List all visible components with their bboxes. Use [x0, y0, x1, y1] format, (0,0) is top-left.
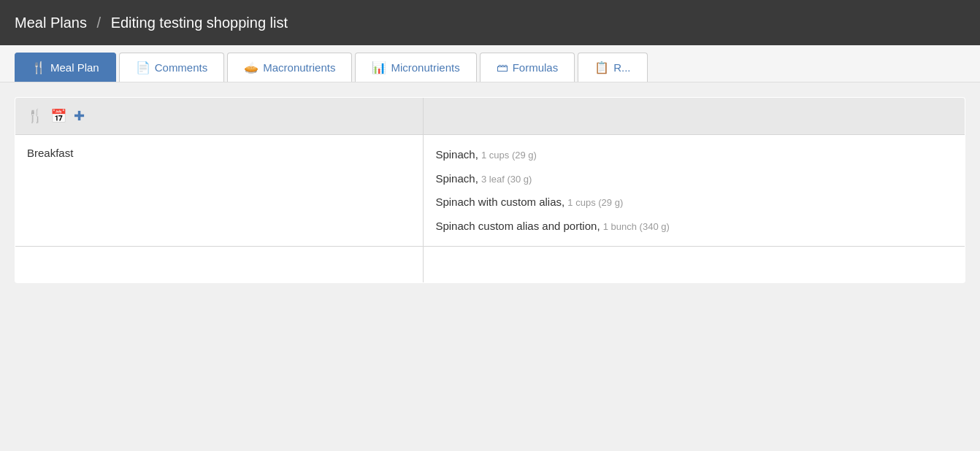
meal-name: Breakfast: [27, 147, 73, 159]
tab-macronutrients[interactable]: 🥧 Macronutrients: [227, 53, 352, 82]
macronutrients-tab-icon: 🥧: [244, 61, 259, 74]
food-name-3: Spinach with custom alias: [435, 196, 562, 208]
header-icons: 🍴 📅 ✚: [27, 108, 411, 124]
tab-formulas-label: Formulas: [513, 61, 559, 74]
foods-cell: Spinach, 1 cups (29 g) Spinach, 3 leaf (…: [424, 135, 965, 247]
food-name-2: Spinach: [435, 172, 475, 185]
meal-plan-tab-icon: 🍴: [31, 61, 46, 74]
food-name-1: Spinach: [435, 148, 475, 161]
food-item-2: Spinach, 3 leaf (30 g): [435, 171, 953, 188]
food-detail-4: 1 bunch (340 g): [603, 221, 670, 232]
food-detail-2: 3 leaf (30 g): [481, 174, 532, 185]
breadcrumb-separator: /: [97, 15, 102, 31]
tab-micronutrients[interactable]: 📊 Micronutrients: [355, 53, 476, 82]
table-header-row: 🍴 📅 ✚: [15, 98, 965, 135]
meal-table: 🍴 📅 ✚ Breakfast Spinach, 1 cups (29 g): [15, 97, 965, 283]
tab-comments[interactable]: 📄 Comments: [119, 53, 225, 82]
food-detail-3: 1 cups (29 g): [567, 197, 623, 208]
food-item-4: Spinach custom alias and portion, 1 bunc…: [435, 218, 953, 235]
table-row-empty: [15, 247, 965, 283]
breadcrumb: Meal Plans / Editing testing shopping li…: [15, 15, 288, 31]
tab-formulas[interactable]: 🗃 Formulas: [480, 53, 575, 82]
tab-macronutrients-label: Macronutrients: [263, 61, 335, 74]
tabs-container: 🍴 Meal Plan 📄 Comments 🥧 Macronutrients …: [0, 45, 980, 82]
empty-foods-cell: [424, 247, 965, 283]
meal-name-cell: Breakfast: [15, 135, 424, 247]
tab-comments-label: Comments: [155, 61, 208, 74]
micronutrients-tab-icon: 📊: [372, 61, 386, 74]
food-name-4: Spinach custom alias and portion: [435, 220, 597, 232]
tab-micronutrients-label: Micronutrients: [391, 61, 459, 74]
tab-meal-plan-label: Meal Plan: [50, 61, 99, 74]
formulas-tab-icon: 🗃: [497, 61, 508, 74]
table-header-meal: 🍴 📅 ✚: [15, 98, 424, 135]
food-item-1: Spinach, 1 cups (29 g): [435, 147, 953, 163]
main-content: 🍴 📅 ✚ Breakfast Spinach, 1 cups (29 g): [0, 82, 980, 298]
empty-meal-cell: [15, 247, 424, 283]
table-row: Breakfast Spinach, 1 cups (29 g) Spinach…: [15, 135, 965, 247]
add-header-icon[interactable]: ✚: [74, 108, 85, 124]
food-detail-1: 1 cups (29 g): [481, 150, 537, 161]
table-header-foods: [424, 98, 965, 135]
tab-meal-plan[interactable]: 🍴 Meal Plan: [15, 53, 116, 82]
top-bar: Meal Plans / Editing testing shopping li…: [0, 0, 980, 45]
meal-header-icon[interactable]: 🍴: [27, 108, 43, 124]
page-title: Editing testing shopping list: [111, 15, 288, 31]
calendar-header-icon[interactable]: 📅: [50, 108, 66, 124]
tab-more[interactable]: 📋 R...: [578, 53, 647, 82]
more-tab-icon: 📋: [594, 61, 609, 74]
app-title[interactable]: Meal Plans: [15, 15, 87, 31]
comments-tab-icon: 📄: [136, 61, 150, 74]
tab-more-label: R...: [613, 61, 630, 74]
food-item-3: Spinach with custom alias, 1 cups (29 g): [435, 194, 953, 211]
